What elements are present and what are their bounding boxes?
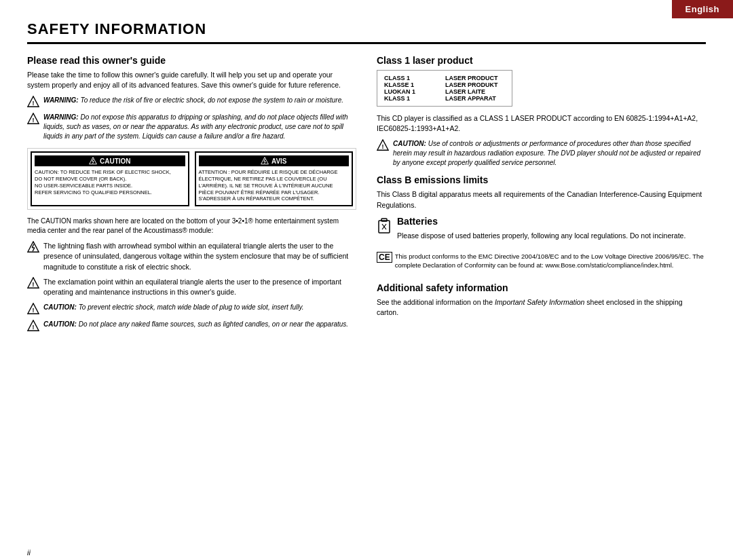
caution-box: CAUTION CAUTION: TO REDUCE THE RISK OF E… [31, 151, 189, 206]
avis-box: AVIS ATTENTION : POUR RÉDUIRE LE RISQUE … [195, 151, 354, 206]
ce-mark: CE [377, 252, 392, 263]
avis-lightning-icon [261, 157, 269, 165]
ce-section: CE This product conforms to the EMC Dire… [377, 252, 706, 276]
laser-desc: This CD player is classified as a CLASS … [377, 113, 706, 134]
avis-header: AVIS [199, 155, 350, 166]
ce-text: This product conforms to the EMC Directi… [395, 252, 706, 270]
svg-text:!: ! [382, 143, 384, 150]
page-number: ii [27, 548, 31, 557]
warning-2-text: WARNING: Do not expose this apparatus to… [43, 113, 356, 141]
caution-laser-icon: ! [377, 139, 389, 151]
svg-line-7 [92, 162, 94, 164]
two-column-layout: Please read this owner's guide Please ta… [27, 55, 706, 337]
laser-row-3: LUOKAN 1LASER LAITE [384, 88, 505, 95]
emissions-heading: Class B emissions limits [377, 174, 706, 185]
svg-line-15 [33, 248, 35, 251]
bottom-note: The CAUTION marks shown here are located… [27, 217, 356, 236]
laser-table: CLASS 1LASER PRODUCT KLASSE 1LASER PRODU… [377, 70, 512, 107]
warning-icon-1: ! [27, 96, 39, 108]
battery-icon [377, 216, 392, 234]
warning-1-text: WARNING: To reduce the risk of fire or e… [43, 96, 343, 105]
svg-text:!: ! [33, 100, 35, 107]
caution-flame-text: CAUTION: Do not place any naked flame so… [43, 320, 348, 329]
laser-row-2: KLASSE 1LASER PRODUKT [384, 81, 505, 88]
batteries-heading: Batteries [397, 216, 685, 227]
exclamation-triangle-icon: ! [27, 277, 39, 289]
owners-guide-heading: Please read this owner's guide [27, 55, 356, 66]
warning-icon-2: ! [27, 113, 39, 125]
laser-heading: Class 1 laser product [377, 55, 706, 66]
exclamation-text: The exclamation point within an equilate… [43, 277, 356, 297]
page-title: Safety Information [27, 20, 706, 44]
caution-lightning-icon [89, 157, 97, 165]
page-content: Safety Information Please read this owne… [27, 20, 706, 540]
warning-1: ! WARNING: To reduce the risk of fire or… [27, 96, 356, 108]
svg-line-9 [264, 159, 265, 162]
svg-line-11 [264, 162, 265, 164]
laser-row-1: CLASS 1LASER PRODUCT [384, 75, 505, 81]
lightning-bolt-icon [27, 241, 39, 253]
intro-text: Please take the time to follow this owne… [27, 70, 356, 90]
svg-text:!: ! [33, 307, 35, 314]
warning-2: ! WARNING: Do not expose this apparatus … [27, 113, 356, 141]
caution-laser-text: CAUTION: Use of controls or adjustments … [393, 139, 706, 168]
lightning-text: The lightning flash with arrowhead symbo… [43, 241, 356, 272]
avis-body: ATTENTION : POUR RÉDUIRE LE RISQUE DE DÉ… [199, 169, 350, 202]
emissions-text: This Class B digital apparatus meets all… [377, 189, 706, 210]
svg-line-5 [92, 159, 94, 162]
additional-text: See the additional information on the Im… [377, 297, 706, 318]
caution-header: CAUTION [35, 155, 185, 166]
caution-body: CAUTION: TO REDUCE THE RISK OF ELECTRIC … [35, 169, 185, 195]
right-column: Class 1 laser product CLASS 1LASER PRODU… [377, 55, 706, 337]
svg-rect-25 [381, 219, 387, 221]
caution-plug-icon: ! [27, 303, 39, 315]
caution-plug-text: CAUTION: To prevent electric shock, matc… [43, 303, 304, 312]
caution-avis-boxes: CAUTION CAUTION: TO REDUCE THE RISK OF E… [27, 148, 356, 210]
caution-laser: ! CAUTION: Use of controls or adjustment… [377, 139, 706, 168]
exclamation-explanation: ! The exclamation point within an equila… [27, 277, 356, 297]
caution-plug: ! CAUTION: To prevent electric shock, ma… [27, 303, 356, 315]
svg-text:!: ! [33, 324, 35, 331]
batteries-text: Please dispose of used batteries properl… [397, 231, 685, 241]
batteries-section: Batteries Please dispose of used batteri… [377, 216, 706, 246]
caution-flame-icon: ! [27, 320, 39, 332]
svg-text:!: ! [32, 280, 34, 288]
language-tab[interactable]: English [672, 0, 733, 18]
lightning-explanation: The lightning flash with arrowhead symbo… [27, 241, 356, 272]
caution-flame: ! CAUTION: Do not place any naked flame … [27, 320, 356, 332]
left-column: Please read this owner's guide Please ta… [27, 55, 356, 337]
batteries-content: Batteries Please dispose of used batteri… [397, 216, 685, 246]
svg-text:!: ! [33, 117, 35, 124]
laser-row-4: KLASS 1LASER APPARAT [384, 95, 505, 102]
svg-line-13 [32, 244, 34, 248]
additional-heading: Additional safety information [377, 282, 706, 293]
